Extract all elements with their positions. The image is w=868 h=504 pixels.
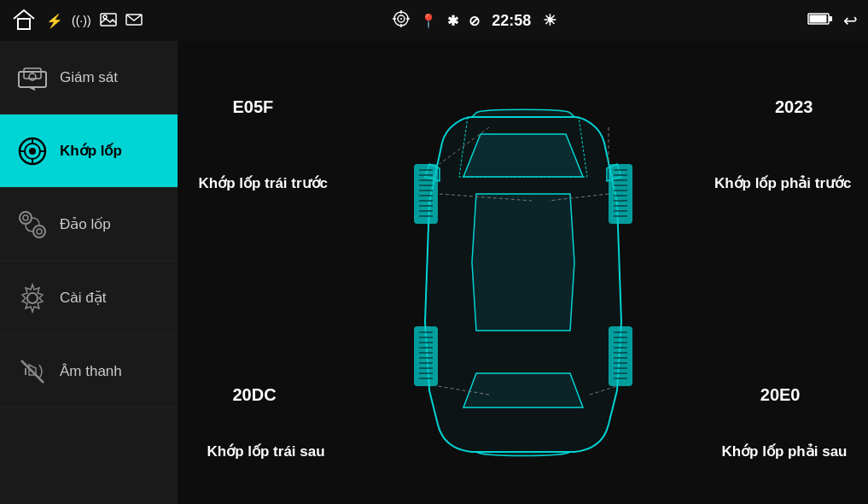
svg-point-27 [23, 215, 28, 220]
location-icon: 📍 [420, 13, 437, 29]
wireless-icon: ((·)) [72, 14, 91, 27]
rear-right-code: 20E0 [760, 385, 801, 405]
svg-line-31 [21, 360, 44, 383]
svg-point-28 [33, 226, 45, 237]
flash-icon: ⚡ [46, 13, 63, 29]
sidebar-item-dao-lop[interactable]: Đảo lốp [0, 188, 178, 261]
sidebar-item-am-thanh-label: Âm thanh [60, 363, 122, 380]
rear-left-code: 20DC [233, 385, 277, 405]
sound-icon [17, 356, 48, 387]
svg-rect-34 [414, 164, 438, 224]
rear-left-label: Khớp lốp trái sau [207, 442, 325, 460]
settings-icon [17, 283, 48, 314]
brightness-icon[interactable]: ☀ [543, 11, 556, 30]
car-monitor-icon [17, 62, 48, 93]
svg-point-16 [29, 73, 36, 80]
status-center-icons: 📍 ✱ ⊘ 22:58 ☀ [393, 10, 556, 31]
front-right-code: 2023 [775, 97, 813, 117]
sidebar-item-khop-lop-label: Khớp lốp [60, 142, 122, 160]
car-image [378, 66, 668, 479]
front-right-label: Khớp lốp phải trước [714, 174, 852, 192]
svg-rect-12 [829, 16, 832, 21]
svg-point-26 [20, 212, 32, 224]
sidebar-item-dao-lop-label: Đảo lốp [60, 215, 111, 233]
front-left-code: E05F [233, 97, 274, 117]
svg-rect-13 [809, 15, 826, 23]
svg-rect-56 [414, 326, 438, 386]
mail-icon [125, 14, 143, 28]
sidebar-item-cai-dat-label: Cài đặt [60, 289, 106, 307]
svg-point-6 [400, 18, 402, 20]
rear-right-label: Khớp lốp phải sau [721, 442, 847, 460]
tire-rotation-icon [17, 209, 48, 240]
battery-icon [807, 11, 833, 30]
status-right-icons: ↩ [807, 10, 858, 31]
front-left-label: Khớp lốp trái trước [199, 174, 329, 192]
sidebar-item-khop-lop[interactable]: Khớp lốp [0, 114, 178, 188]
svg-point-21 [29, 148, 36, 155]
sidebar: Giám sát Khớp lốp [0, 41, 178, 504]
svg-point-29 [37, 229, 42, 234]
svg-rect-1 [101, 14, 116, 26]
status-left-icons: ⚡ ((·)) [10, 7, 143, 35]
car-diagram: E05F 2023 20DC 20E0 Khớp lốp trái trước … [190, 50, 856, 495]
sidebar-item-am-thanh[interactable]: Âm thanh [0, 335, 178, 408]
svg-rect-67 [609, 326, 632, 386]
sidebar-item-cai-dat[interactable]: Cài đặt [0, 261, 178, 335]
bluetooth-icon: ✱ [447, 13, 458, 29]
clock: 22:58 [490, 12, 533, 30]
svg-rect-45 [609, 164, 632, 224]
sidebar-item-giam-sat[interactable]: Giám sát [0, 41, 178, 114]
tire-icon [17, 136, 48, 167]
back-icon[interactable]: ↩ [843, 10, 858, 31]
home-icon[interactable] [10, 7, 38, 35]
status-bar: ⚡ ((·)) [0, 0, 868, 41]
image-icon [100, 13, 117, 29]
block-icon: ⊘ [469, 13, 480, 29]
target-icon [393, 10, 410, 31]
main-content: E05F 2023 20DC 20E0 Khớp lốp trái trước … [178, 41, 868, 504]
svg-rect-0 [18, 19, 30, 29]
sidebar-item-giam-sat-label: Giám sát [60, 69, 118, 86]
svg-point-30 [27, 293, 38, 303]
